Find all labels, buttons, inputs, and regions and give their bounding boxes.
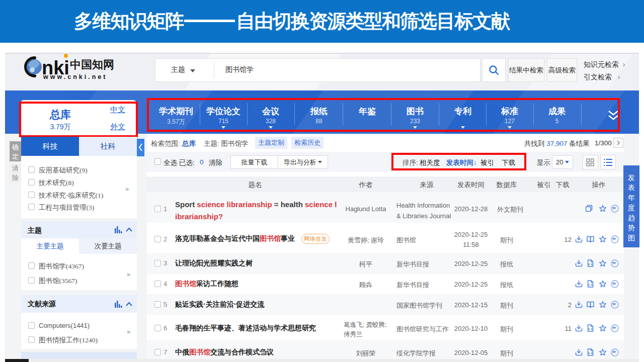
svg-text:”: ” bbox=[612, 281, 616, 289]
svg-text:”: ” bbox=[612, 325, 616, 333]
svg-text:”: ” bbox=[612, 206, 616, 213]
svg-text:”: ” bbox=[612, 302, 616, 309]
svg-text:”: ” bbox=[612, 349, 616, 357]
svg-text:”: ” bbox=[612, 260, 616, 268]
svg-text:”: ” bbox=[612, 236, 616, 244]
